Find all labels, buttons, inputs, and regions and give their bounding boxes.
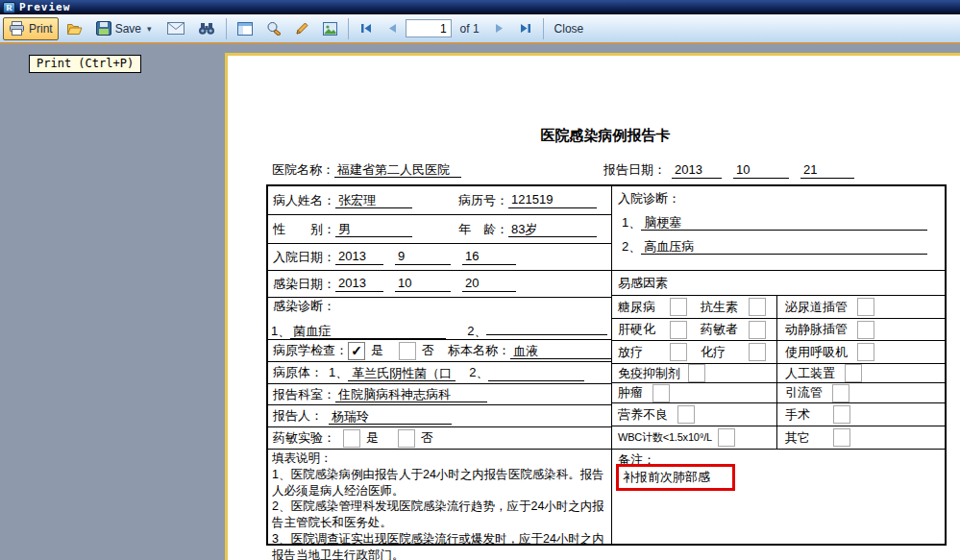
risk-label-tumor: 肿瘤 xyxy=(618,384,643,402)
report-date-label: 报告日期： xyxy=(603,161,666,179)
risk-label-wbc-count: WBC计数<1.5x10⁹/L xyxy=(618,430,712,445)
item1-number: 1、 xyxy=(329,364,348,381)
admission-month-value: 9 xyxy=(395,249,451,265)
report-table-right-column: 入院诊断： 1、 脑梗塞 2、 高血压病 易感因素 糖尿病 抗生 xyxy=(612,186,945,544)
report-date-year-value: 2013 xyxy=(672,162,722,179)
admission-diagnosis-label: 入院诊断： xyxy=(618,190,939,207)
item2-number: 2、 xyxy=(467,323,486,340)
instructions-item-3: 3、医院调查证实出现医院感染流行或爆发时，应于24小时之内报告当地卫生行政部门。 xyxy=(272,531,607,560)
last-page-button[interactable] xyxy=(513,17,538,40)
preview-toolbar: Print Save ▾ xyxy=(0,14,960,44)
toolbar-separator xyxy=(226,18,227,39)
risk-row-4: 免疫抑制剂 人工装置 xyxy=(612,364,945,383)
risk-row-1: 糖尿病 抗生素 泌尿道插管 xyxy=(612,296,945,319)
pathogen-check-yes-checkbox[interactable]: ✓ xyxy=(348,342,365,360)
no-label: 否 xyxy=(415,429,439,447)
risk-checkbox-other[interactable] xyxy=(833,428,850,447)
instructions-item-1: 1、医院感染病例由报告人于24小时之内报告医院感染科。报告人必须是病人经治医师。 xyxy=(272,467,607,499)
risk-checkbox-diabetes[interactable] xyxy=(670,298,687,316)
infection-date-label: 感染日期： xyxy=(273,276,335,293)
risk-row-5: 肿瘤 引流管 xyxy=(612,383,945,403)
risk-checkbox-malnutrition[interactable] xyxy=(677,405,695,424)
pathogen-check-no-checkbox[interactable] xyxy=(399,342,416,360)
admission-date-row: 入院日期： 2013 9 16 xyxy=(268,244,611,271)
toolbar-separator xyxy=(543,18,544,39)
risk-cell: 免疫抑制剂 xyxy=(612,364,777,382)
risk-checkbox-tumor[interactable] xyxy=(652,384,670,402)
infection-diagnosis-label: 感染诊断： xyxy=(273,298,335,315)
report-dept-value: 住院脑病科神志病科 xyxy=(335,386,487,402)
risk-label-ventilator: 使用呼吸机 xyxy=(785,344,848,361)
record-no-value: 121519 xyxy=(508,192,597,208)
sidebar-toggle-button[interactable] xyxy=(232,17,258,40)
first-page-icon xyxy=(359,22,373,35)
close-button[interactable]: Close xyxy=(549,17,590,40)
pathogen-2-value xyxy=(488,365,584,381)
binoculars-icon xyxy=(198,22,215,36)
risk-cell: 人工装置 xyxy=(777,364,945,382)
annotate-button[interactable] xyxy=(289,17,315,40)
last-page-icon xyxy=(519,22,532,35)
infection-date-row: 感染日期： 2013 10 20 xyxy=(268,271,611,298)
drug-test-row: 药敏实验： 是 否 xyxy=(268,427,611,450)
first-page-button[interactable] xyxy=(354,17,379,40)
risk-checkbox-radiotherapy[interactable] xyxy=(670,343,687,361)
infection-diagnosis-2-value xyxy=(486,319,607,335)
risk-cell: 手术 xyxy=(777,403,945,426)
gallery-button[interactable] xyxy=(317,17,343,40)
save-button[interactable]: Save ▾ xyxy=(90,17,160,40)
risk-label-chemotherapy: 化疗 xyxy=(701,344,743,361)
remarks-cell: 备注： 补报前次肺部感 xyxy=(612,450,945,544)
drug-test-yes-checkbox[interactable] xyxy=(343,429,360,448)
next-page-button[interactable] xyxy=(488,17,511,40)
risk-checkbox-urinary-catheter[interactable] xyxy=(857,298,874,316)
risk-checkbox-ventilator[interactable] xyxy=(857,343,874,361)
reporter-label: 报告人： xyxy=(273,407,323,425)
admission-diagnosis-cell: 入院诊断： 1、 脑梗塞 2、 高血压病 xyxy=(612,186,945,271)
save-dropdown-caret-icon[interactable]: ▾ xyxy=(145,24,154,34)
risk-label-radiotherapy: 放疗 xyxy=(618,344,660,361)
risk-checkbox-antibiotics[interactable] xyxy=(749,298,766,316)
floppy-disk-icon xyxy=(96,21,111,36)
risk-cell: 糖尿病 抗生素 xyxy=(612,296,777,318)
risk-label-diabetes: 糖尿病 xyxy=(618,299,660,316)
report-date-day-value: 21 xyxy=(800,162,854,179)
risk-checkbox-immunosuppressant[interactable] xyxy=(688,364,705,382)
zoom-button[interactable] xyxy=(260,17,287,40)
item2-number: 2、 xyxy=(469,364,488,381)
risk-checkbox-surgery[interactable] xyxy=(833,405,850,424)
email-button[interactable] xyxy=(161,17,190,40)
page-number-input[interactable] xyxy=(406,19,452,37)
gender-label: 性 别： xyxy=(273,221,335,238)
risk-checkbox-artificial-device[interactable] xyxy=(845,364,862,382)
report-date-month-value: 10 xyxy=(733,162,789,179)
admission-day-value: 16 xyxy=(462,249,516,265)
infection-year-value: 2013 xyxy=(335,276,383,292)
print-button-label: Print xyxy=(29,22,53,36)
instructions-item-2: 2、医院感染管理科发现医院感染流行趋势，应于24小时之内报告主管院长和医务处。 xyxy=(272,499,607,531)
pathogen-check-label: 病原学检查： xyxy=(273,342,348,359)
risk-checkbox-chemotherapy[interactable] xyxy=(749,343,766,361)
drug-test-no-checkbox[interactable] xyxy=(398,429,415,448)
print-button[interactable]: Print xyxy=(3,17,59,40)
admission-diagnosis-1-value: 脑梗塞 xyxy=(641,214,927,231)
risk-label-drainage-tube: 引流管 xyxy=(785,384,823,402)
open-button[interactable] xyxy=(61,17,88,40)
report-dept-row: 报告科室： 住院脑病科神志病科 xyxy=(268,384,611,405)
risk-checkbox-drug-sensitive[interactable] xyxy=(749,321,766,339)
risk-checkbox-av-catheter[interactable] xyxy=(857,321,874,339)
risk-checkbox-wbc-count[interactable] xyxy=(718,428,735,447)
pathogen-1-value: 革兰氏阴性菌（口 xyxy=(348,365,455,381)
open-folder-icon xyxy=(66,22,83,36)
risk-label-artificial-device: 人工装置 xyxy=(785,365,835,382)
risk-checkbox-cirrhosis[interactable] xyxy=(670,321,687,339)
infection-diagnosis-row: 感染诊断： 1、 菌血症 2、 xyxy=(268,298,611,340)
item1-number: 1、 xyxy=(271,323,290,340)
app-icon: R xyxy=(3,2,15,13)
pathogen-check-row: 病原学检查： ✓ 是 否 标本名称： 血液 xyxy=(268,340,611,362)
risk-checkbox-drainage-tube[interactable] xyxy=(832,384,849,402)
window-titlebar: R Preview xyxy=(0,0,960,14)
previous-page-button[interactable] xyxy=(381,17,404,40)
toolbar-separator xyxy=(348,18,349,39)
find-button[interactable] xyxy=(192,17,221,40)
